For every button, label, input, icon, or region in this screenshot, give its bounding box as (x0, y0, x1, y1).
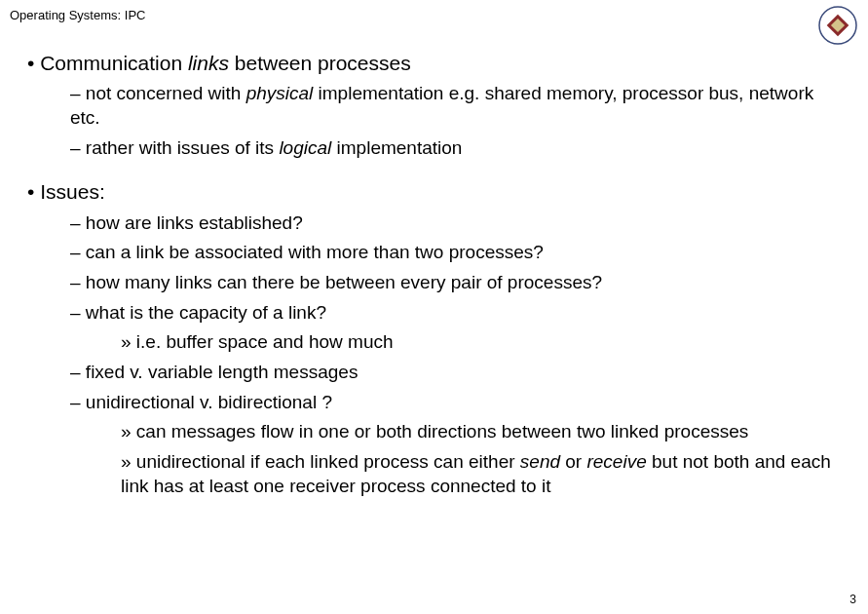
bullet-communication-links: Communication links between processes (27, 51, 849, 76)
text-italic: links (188, 52, 229, 74)
bullet-logical: rather with issues of its logical implem… (70, 136, 849, 161)
bullet-issues: Issues: (27, 179, 849, 205)
bullet-buffer-space: i.e. buffer space and how much (121, 330, 849, 355)
text-italic: physical (246, 83, 314, 103)
text: what is the capacity of a link? (86, 302, 326, 323)
text: or (560, 451, 586, 472)
text: between processes (229, 52, 411, 74)
bullet-fixed-variable: fixed v. variable length messages (70, 361, 849, 385)
bullet-links-established: how are links established? (70, 211, 849, 236)
text: not concerned with (86, 83, 246, 103)
bullet-unidirectional-def: unidirectional if each linked process ca… (121, 450, 849, 498)
text: implementation (331, 137, 462, 158)
bullet-more-than-two: can a link be associated with more than … (70, 241, 849, 265)
text: how are links established? (86, 212, 303, 233)
text-italic: logical (279, 137, 331, 158)
bullet-message-flow: can messages flow in one or both directi… (121, 420, 849, 444)
text-italic: receive (586, 451, 646, 472)
text: Issues: (40, 180, 105, 203)
bullet-how-many-links: how many links can there be between ever… (70, 271, 849, 295)
slide-content: Communication links between processes no… (27, 51, 849, 504)
bullet-capacity: what is the capacity of a link? (70, 301, 849, 326)
text: unidirectional v. bidirectional ? (86, 392, 332, 412)
text: rather with issues of its (86, 137, 280, 158)
bullet-uni-bi: unidirectional v. bidirectional ? (70, 391, 849, 415)
bullet-physical: not concerned with physical implementati… (70, 82, 849, 130)
slide-header: Operating Systems: IPC (10, 8, 145, 22)
text: how many links can there be between ever… (86, 272, 602, 292)
text: i.e. buffer space and how much (136, 331, 394, 352)
university-crest-icon (817, 5, 858, 46)
text: fixed v. variable length messages (86, 362, 359, 382)
text-italic: send (520, 451, 560, 472)
page-number: 3 (849, 593, 856, 606)
text: unidirectional if each linked process ca… (136, 451, 520, 472)
text: can a link be associated with more than … (86, 242, 544, 262)
text: Communication (40, 52, 188, 74)
text: can messages flow in one or both directi… (136, 421, 748, 441)
